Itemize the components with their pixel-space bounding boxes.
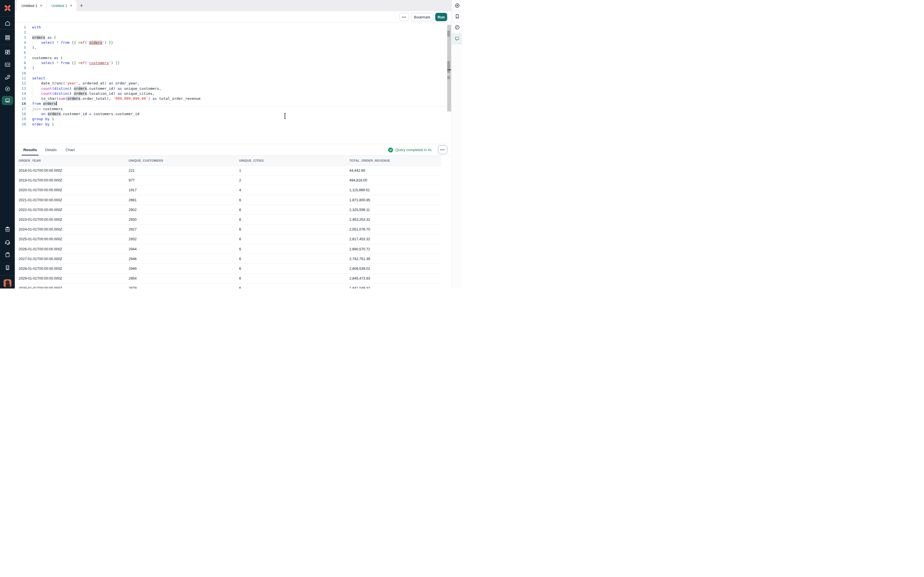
table-row[interactable]: 2026-01-01T00:00:00.000Z294462,690,570.7… [17,244,441,254]
code-line[interactable]: 15 to_char(sum(orders.order_total), '999… [15,96,451,101]
code-line[interactable]: 17join customers [15,106,451,111]
table-cell: 2,617,453.32 [349,237,441,241]
table-row[interactable]: 2018-01-01T00:00:00.000Z221144,442.65 [17,166,441,176]
home-icon [5,20,11,26]
code-line[interactable]: 11select [15,76,451,81]
code-text: with [32,25,41,30]
rail-item-explore[interactable] [452,0,462,11]
table-cell: 2,742,751.39 [349,257,441,261]
tab-chart[interactable]: Chart [65,144,75,156]
sidebar-item-workflow[interactable] [0,72,15,83]
code-line[interactable]: 3orders as ( [15,35,451,40]
code-line[interactable]: 16from orders [15,101,451,106]
rail-item-ai-chat[interactable] [452,33,462,44]
table-row[interactable]: 2019-01-01T00:00:00.000Z9772494,818.00 [17,176,441,185]
sql-editor[interactable]: 1with23orders as (4 select * from {{ ref… [15,23,451,144]
code-text: count(distinct orders.customer_id) as un… [32,86,161,91]
tab-bar: Untitled 1 ✕ Untitled 1 ✕ + [15,0,451,11]
table-row[interactable]: 2030-01-01T00:00:00.000Z287961,841,049.3… [17,284,441,288]
code-line[interactable]: 19group by 1 [15,116,451,121]
sidebar-item-docs[interactable] [0,249,15,260]
sidebar-item-code-cell[interactable] [0,59,15,70]
table-row[interactable]: 2020-01-01T00:00:00.000Z191741,115,869.5… [17,185,441,195]
code-line[interactable]: 8 select * from {{ ref('customers') }} [15,61,451,66]
table-cell: 2,845,473.93 [349,276,441,280]
bookmark-button[interactable]: Bookmark [411,13,433,21]
column-header[interactable]: TOTAL_ORDER_REVENUE [349,159,441,162]
code-text: date_trunc('year', ordered_at) as order_… [32,81,139,86]
table-cell: 2026-01-01T00:00:00.000Z [19,247,129,251]
code-line[interactable]: 20order by 1 [15,122,451,127]
sidebar-item-support[interactable] [0,237,15,248]
table-cell: 2020-01-01T00:00:00.000Z [19,188,129,192]
table-row[interactable]: 2021-01-01T00:00:00.000Z266161,871,800.8… [17,195,441,205]
tab-details[interactable]: Details [45,144,57,156]
table-cell: 1,115,869.51 [349,188,441,192]
results-more-button[interactable]: ••• [438,145,447,154]
run-button[interactable]: Run [435,13,447,21]
table-cell: 2954 [129,276,239,280]
bookmark-label: Bookmark [414,15,430,19]
code-line[interactable]: 4 select * from {{ ref('orders') }} [15,40,451,45]
code-lines[interactable]: 1with23orders as (4 select * from {{ ref… [15,25,451,127]
line-number: 18 [15,111,26,116]
code-line[interactable]: 14 count(distinct orders.location_id) as… [15,91,451,96]
close-icon[interactable]: ✕ [40,4,42,8]
ellipsis-icon: ••• [402,15,406,19]
tab-untitled-1[interactable]: Untitled 1 ✕ [17,0,46,11]
table-cell: 2930 [129,218,239,222]
code-line[interactable]: 1with [15,25,451,30]
table-row[interactable]: 2024-01-01T00:00:00.000Z292762,551,076.7… [17,225,441,234]
code-line[interactable]: 5), [15,45,451,50]
sidebar-item-home[interactable] [0,18,15,29]
rail-divider [0,45,15,45]
editor-scrollbar[interactable] [447,25,451,111]
tab-results[interactable]: Results [22,144,39,156]
table-row[interactable]: 2025-01-01T00:00:00.000Z293262,617,453.3… [17,234,441,244]
code-line[interactable]: 10 [15,71,451,76]
column-header[interactable]: UNIQUE_CITIES [239,159,349,162]
query-status: Query completed in 4s [388,144,431,156]
rail-item-bookmarks[interactable] [452,11,462,22]
column-header[interactable]: UNIQUE_CUSTOMERS [129,159,239,162]
more-options-button[interactable]: ••• [399,13,409,21]
table-row[interactable]: 2022-01-01T00:00:00.000Z290262,325,556.1… [17,205,441,214]
code-line[interactable]: 13 count(distinct orders.customer_id) as… [15,86,451,91]
rail-item-history[interactable] [452,22,462,33]
sidebar-item-collections[interactable] [0,32,15,43]
code-line[interactable]: 2 [15,30,451,35]
scrollbar-thumb[interactable] [447,61,450,73]
sidebar-item-organization[interactable] [0,262,15,273]
sidebar-item-apps[interactable] [0,47,15,58]
table-cell: 2022-01-01T00:00:00.000Z [19,208,129,212]
code-text: group by 1 [32,116,54,121]
column-header[interactable]: ORDER_YEAR [19,159,129,162]
code-line[interactable]: 7customers as ( [15,55,451,61]
new-tab-button[interactable]: + [78,2,85,9]
code-cell-icon [5,61,11,68]
code-line[interactable]: 12 date_trunc('year', ordered_at) as ord… [15,81,451,86]
organization-icon [5,264,11,271]
user-avatar[interactable] [0,278,15,288]
code-line[interactable]: 9) [15,66,451,71]
table-cell: 2949 [129,266,239,271]
close-icon[interactable]: ✕ [70,4,72,8]
table-row[interactable]: 2028-01-01T00:00:00.000Z294962,808,539.0… [17,264,441,274]
table-cell: 6 [239,276,349,280]
line-number: 7 [15,55,26,61]
code-text: select [32,76,45,81]
sidebar-item-explore[interactable] [0,83,15,95]
tab-untitled-2[interactable]: Untitled 1 ✕ [47,0,76,11]
table-cell: 2927 [129,227,239,231]
code-text: ) [32,66,34,71]
code-line[interactable]: 6 [15,50,451,55]
table-row[interactable]: 2023-01-01T00:00:00.000Z293062,453,253.3… [17,214,441,224]
compass-icon [454,3,460,8]
table-row[interactable]: 2027-01-01T00:00:00.000Z294662,742,751.3… [17,254,441,264]
table-row[interactable]: 2029-01-01T00:00:00.000Z295462,845,473.9… [17,274,441,284]
hex-logo[interactable] [0,3,15,14]
scrollbar-mark [447,76,450,79]
code-line[interactable]: 18 on orders.customer_id = customers.cus… [15,111,451,116]
sidebar-item-notebook-active[interactable] [0,95,15,105]
sidebar-item-changelog[interactable] [0,224,15,235]
